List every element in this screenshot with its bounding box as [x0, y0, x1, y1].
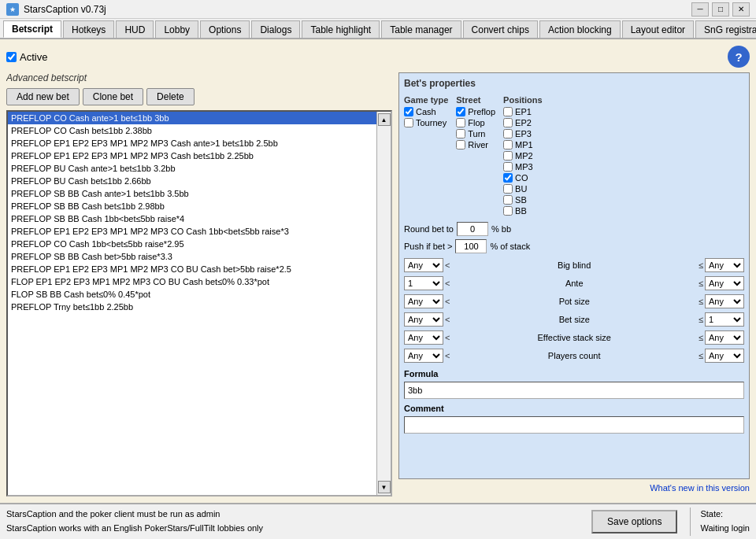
tab-hud[interactable]: HUD: [116, 20, 154, 38]
add-new-bet-button[interactable]: Add new bet: [6, 88, 80, 105]
filter-right-2[interactable]: Any: [705, 294, 744, 308]
tab-options[interactable]: Options: [200, 20, 250, 38]
mp1-label: MP1: [515, 140, 533, 150]
tab-lobby[interactable]: Lobby: [155, 20, 198, 38]
street-title: Street: [456, 95, 495, 105]
formula-section: Formula: [404, 369, 744, 399]
river-row: River: [456, 140, 495, 150]
filter-row-0: Any < Big blind ≤ Any: [404, 258, 744, 272]
river-checkbox[interactable]: [456, 140, 465, 150]
mp2-checkbox[interactable]: [503, 151, 513, 161]
mp3-checkbox[interactable]: [503, 162, 513, 172]
ep1-checkbox[interactable]: [503, 107, 513, 116]
minimize-button[interactable]: ─: [691, 2, 709, 17]
bet-item-13[interactable]: FLOP EP1 EP2 EP3 MP1 MP2 MP3 CO BU Cash …: [8, 275, 376, 288]
filter-right-1[interactable]: Any: [705, 276, 744, 290]
filter-row-5: Any < Players count ≤ Any: [404, 349, 744, 363]
tab-action-blocking[interactable]: Action blocking: [539, 20, 621, 38]
filter-left-3[interactable]: Any: [404, 312, 443, 327]
bet-item-6[interactable]: PREFLOP SB BB Cash ante>1 bet≤1bb 3.5bb: [8, 187, 376, 200]
status-line1: StarsCaption and the poker client must b…: [6, 508, 579, 522]
clone-bet-button[interactable]: Clone bet: [83, 88, 143, 105]
filter-left-0[interactable]: Any: [404, 258, 443, 272]
filter-center-label-0: Big blind: [451, 260, 697, 270]
bet-item-5[interactable]: PREFLOP BU Cash bet≤1bb 2.66bb: [8, 175, 376, 187]
tab-layout-editor[interactable]: Layout editor: [622, 20, 694, 38]
bet-item-4[interactable]: PREFLOP BU Cash ante>1 bet≤1bb 3.2bb: [8, 162, 376, 175]
tab-table-highlight[interactable]: Table highlight: [302, 20, 380, 38]
close-button[interactable]: ✕: [732, 2, 750, 17]
filter-rows-section: Any < Big blind ≤ Any 1 < Ante ≤ Any Any…: [404, 258, 744, 364]
ep3-checkbox[interactable]: [503, 129, 513, 138]
filter-center-label-3: Bet size: [451, 315, 697, 324]
bb-row: BB: [503, 206, 543, 216]
sb-label: SB: [515, 195, 527, 205]
bet-list[interactable]: PREFLOP CO Cash ante>1 bet≤1bb 3bbPREFLO…: [8, 112, 376, 495]
mp1-checkbox[interactable]: [503, 140, 513, 150]
bu-checkbox[interactable]: [503, 184, 513, 194]
filter-op-left-0: <: [445, 260, 450, 270]
bets-properties-box: Bet's properties Game type Cash Tourney: [398, 72, 750, 479]
bet-item-10[interactable]: PREFLOP CO Cash 1bb<bet≤5bb raise*2.95: [8, 238, 376, 250]
filter-right-5[interactable]: Any: [705, 349, 744, 363]
tourney-checkbox[interactable]: [404, 118, 413, 127]
push-if-input[interactable]: [455, 239, 487, 253]
formula-input[interactable]: [404, 382, 744, 399]
right-panel: Bet's properties Game type Cash Tourney: [398, 72, 750, 497]
filter-op-left-4: <: [445, 333, 450, 342]
whats-new-link[interactable]: What's new in this version: [650, 483, 750, 493]
bet-item-9[interactable]: PREFLOP EP1 EP2 EP3 MP1 MP2 MP3 CO Cash …: [8, 225, 376, 238]
mp1-row: MP1: [503, 140, 543, 150]
status-left: StarsCaption and the poker client must b…: [6, 508, 579, 535]
bet-item-11[interactable]: PREFLOP SB BB Cash bet>5bb raise*3.3: [8, 250, 376, 263]
filter-right-4[interactable]: Any: [705, 330, 744, 345]
bet-item-12[interactable]: PREFLOP EP1 EP2 EP3 MP1 MP2 MP3 CO BU Ca…: [8, 263, 376, 275]
scroll-down-arrow[interactable]: ▼: [378, 481, 391, 493]
co-checkbox[interactable]: [503, 173, 513, 183]
cash-checkbox[interactable]: [404, 107, 413, 116]
save-options-button[interactable]: Save options: [591, 510, 677, 533]
ep2-checkbox[interactable]: [503, 118, 513, 127]
bet-item-14[interactable]: FLOP SB BB Cash bet≤0% 0.45*pot: [8, 288, 376, 301]
main-content: Active ? Advanced betscript Add new bet …: [0, 39, 756, 503]
filter-op-right-5: ≤: [699, 351, 703, 360]
push-if-row: Push if bet > % of stack: [404, 239, 744, 253]
filter-left-2[interactable]: Any: [404, 294, 443, 308]
mp3-label: MP3: [515, 162, 533, 172]
help-button[interactable]: ?: [728, 46, 750, 68]
bet-item-7[interactable]: PREFLOP SB BB Cash bet≤1bb 2.98bb: [8, 200, 376, 212]
filter-right-0[interactable]: Any: [705, 258, 744, 272]
bb-checkbox[interactable]: [503, 206, 513, 216]
bet-item-1[interactable]: PREFLOP CO Cash bet≤1bb 2.38bb: [8, 124, 376, 137]
tab-table-manager[interactable]: Table manager: [381, 20, 461, 38]
delete-button[interactable]: Delete: [146, 88, 195, 105]
filter-right-3[interactable]: 1: [705, 312, 744, 327]
filter-left-4[interactable]: Any: [404, 330, 443, 345]
comment-input[interactable]: [404, 416, 744, 434]
filter-op-left-3: <: [445, 315, 450, 324]
tab-sng-registrator[interactable]: SnG registrator: [695, 20, 756, 38]
filter-left-1[interactable]: 1: [404, 276, 443, 290]
sb-checkbox[interactable]: [503, 195, 513, 205]
bet-item-3[interactable]: PREFLOP EP1 EP2 EP3 MP1 MP2 MP3 Cash bet…: [8, 150, 376, 162]
round-bet-input[interactable]: [457, 222, 488, 236]
active-checkbox[interactable]: [6, 52, 17, 62]
tab-dialogs[interactable]: Dialogs: [251, 20, 300, 38]
turn-checkbox[interactable]: [456, 129, 465, 138]
maximize-button[interactable]: □: [712, 2, 729, 17]
left-panel: Advanced betscript Add new bet Clone bet…: [6, 72, 392, 497]
scroll-up-arrow[interactable]: ▲: [378, 113, 391, 126]
preflop-checkbox[interactable]: [456, 107, 465, 116]
tab-betscript[interactable]: Betscript: [3, 20, 61, 38]
tab-hotkeys[interactable]: Hotkeys: [63, 20, 114, 38]
filter-op-right-0: ≤: [699, 260, 703, 270]
bet-item-15[interactable]: PREFLOP Trny bet≤1bb 2.25bb: [8, 301, 376, 313]
mp3-row: MP3: [503, 162, 543, 172]
flop-checkbox[interactable]: [456, 118, 465, 127]
bet-item-2[interactable]: PREFLOP EP1 EP2 EP3 MP1 MP2 MP3 Cash ant…: [8, 137, 376, 150]
preflop-row: Preflop: [456, 107, 495, 116]
bet-item-8[interactable]: PREFLOP SB BB Cash 1bb<bet≤5bb raise*4: [8, 212, 376, 225]
bet-item-0[interactable]: PREFLOP CO Cash ante>1 bet≤1bb 3bb: [8, 112, 376, 124]
tab-convert-chips[interactable]: Convert chips: [463, 20, 538, 38]
filter-left-5[interactable]: Any: [404, 349, 443, 363]
